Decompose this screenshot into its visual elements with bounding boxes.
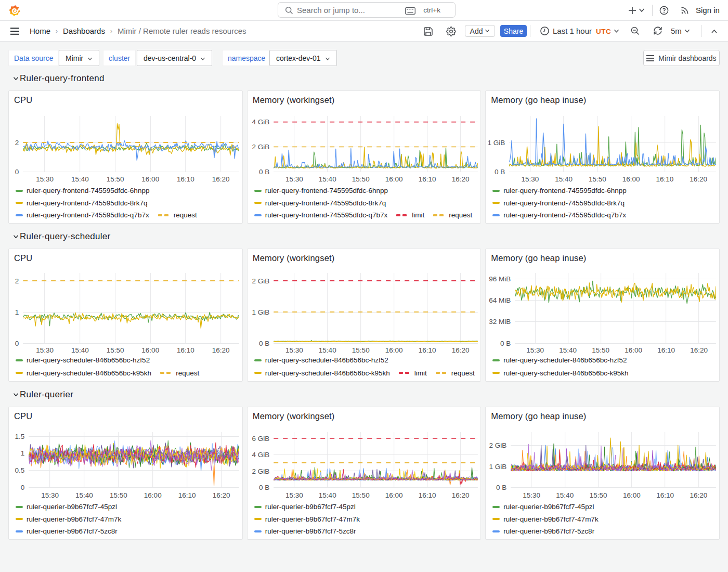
svg-text:1: 1	[21, 449, 25, 457]
svg-text:15:40: 15:40	[75, 491, 93, 499]
svg-text:16:20: 16:20	[451, 491, 469, 499]
svg-text:4 GiB: 4 GiB	[252, 118, 269, 126]
svg-text:16:00: 16:00	[141, 175, 159, 183]
svg-text:15:30: 15:30	[527, 346, 544, 354]
svg-text:16:00: 16:00	[385, 491, 402, 499]
svg-text:15:30: 15:30	[36, 346, 54, 354]
svg-text:2: 2	[15, 277, 19, 285]
svg-text:0 B: 0 B	[259, 168, 269, 176]
svg-text:96 MiB: 96 MiB	[489, 275, 511, 283]
svg-text:0 B: 0 B	[496, 484, 506, 491]
svg-text:16:20: 16:20	[451, 346, 469, 354]
svg-text:15:40: 15:40	[319, 175, 336, 183]
svg-text:16:00: 16:00	[385, 175, 402, 183]
svg-text:16:00: 16:00	[385, 346, 402, 354]
svg-text:16:10: 16:10	[178, 491, 196, 499]
svg-text:16:20: 16:20	[690, 491, 708, 499]
svg-text:2 GiB: 2 GiB	[252, 277, 269, 285]
svg-text:1 GiB: 1 GiB	[488, 139, 505, 147]
svg-text:1 GiB: 1 GiB	[252, 308, 269, 316]
svg-text:15:40: 15:40	[555, 175, 573, 183]
svg-text:16:10: 16:10	[656, 175, 674, 183]
svg-text:15:50: 15:50	[107, 175, 124, 183]
svg-text:64 MiB: 64 MiB	[489, 296, 511, 304]
svg-text:0 B: 0 B	[259, 484, 269, 491]
svg-text:15:40: 15:40	[560, 346, 577, 354]
svg-text:16:00: 16:00	[623, 491, 641, 499]
svg-text:15:50: 15:50	[589, 175, 606, 183]
svg-text:1 GiB: 1 GiB	[489, 463, 507, 471]
svg-text:15:30: 15:30	[285, 175, 303, 183]
svg-text:15:50: 15:50	[592, 346, 610, 354]
svg-text:15:30: 15:30	[285, 491, 303, 499]
svg-text:15:50: 15:50	[590, 491, 607, 499]
svg-text:15:50: 15:50	[107, 346, 124, 354]
svg-text:16:00: 16:00	[141, 346, 159, 354]
svg-text:15:50: 15:50	[352, 346, 370, 354]
svg-text:15:30: 15:30	[522, 175, 539, 183]
svg-text:16:10: 16:10	[177, 175, 194, 183]
svg-text:16:20: 16:20	[691, 346, 708, 354]
svg-text:4 GiB: 4 GiB	[252, 451, 269, 459]
svg-text:15:40: 15:40	[71, 175, 89, 183]
svg-text:2 GiB: 2 GiB	[489, 441, 507, 449]
svg-text:16:20: 16:20	[213, 491, 230, 499]
svg-text:0: 0	[15, 168, 19, 176]
svg-text:15:50: 15:50	[110, 491, 127, 499]
svg-text:16:20: 16:20	[212, 346, 230, 354]
svg-text:15:30: 15:30	[523, 491, 540, 499]
svg-text:15:50: 15:50	[352, 491, 370, 499]
svg-text:16:10: 16:10	[177, 346, 194, 354]
svg-text:16:00: 16:00	[622, 175, 640, 183]
svg-text:16:20: 16:20	[451, 175, 469, 183]
svg-text:15:30: 15:30	[41, 491, 59, 499]
svg-text:16:00: 16:00	[625, 346, 643, 354]
svg-text:0 B: 0 B	[259, 340, 269, 347]
svg-text:1.5: 1.5	[15, 433, 24, 440]
svg-text:0: 0	[21, 484, 25, 491]
svg-text:2 GiB: 2 GiB	[252, 143, 269, 151]
svg-text:0 B: 0 B	[500, 340, 511, 347]
svg-text:16:00: 16:00	[144, 491, 162, 499]
svg-text:0 B: 0 B	[495, 168, 505, 176]
svg-text:15:30: 15:30	[285, 346, 303, 354]
svg-text:1: 1	[15, 308, 19, 316]
svg-text:15:50: 15:50	[352, 175, 370, 183]
svg-text:16:10: 16:10	[658, 346, 675, 354]
svg-text:6 GiB: 6 GiB	[252, 435, 269, 443]
svg-text:16:20: 16:20	[212, 175, 230, 183]
svg-text:0: 0	[15, 340, 19, 347]
svg-text:16:10: 16:10	[657, 491, 674, 499]
svg-text:16:20: 16:20	[690, 175, 708, 183]
svg-text:15:40: 15:40	[556, 491, 574, 499]
svg-text:16:10: 16:10	[418, 346, 436, 354]
svg-text:15:40: 15:40	[319, 491, 336, 499]
svg-text:32 MiB: 32 MiB	[489, 318, 511, 326]
svg-text:16:10: 16:10	[418, 491, 436, 499]
svg-text:15:40: 15:40	[319, 346, 336, 354]
svg-text:15:30: 15:30	[36, 175, 54, 183]
svg-text:16:10: 16:10	[418, 175, 436, 183]
svg-text:2 GiB: 2 GiB	[252, 467, 269, 475]
svg-text:15:40: 15:40	[71, 346, 89, 354]
svg-text:2: 2	[15, 139, 19, 147]
svg-text:0.5: 0.5	[15, 466, 24, 474]
